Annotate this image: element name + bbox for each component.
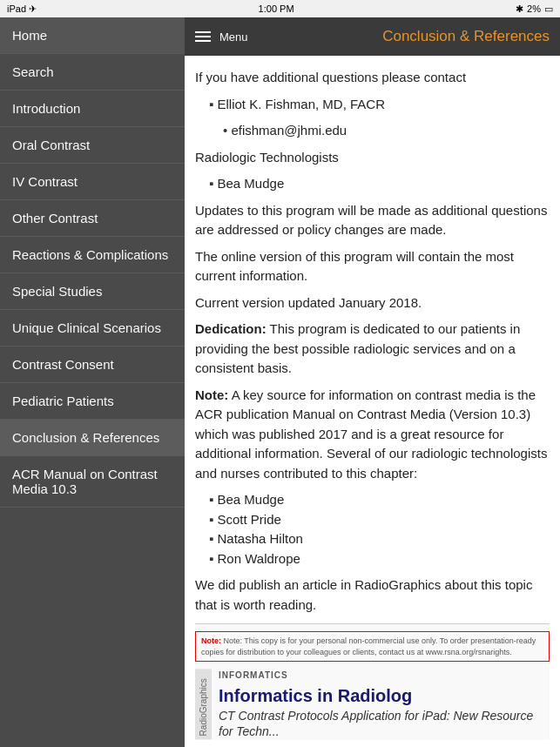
sidebar-item-home[interactable]: Home [0, 17, 185, 54]
status-time: 1:00 PM [259, 3, 294, 14]
contact-list: Elliot K. Fishman, MD, FACR [195, 95, 550, 115]
article-note-label: Note: [201, 636, 221, 645]
dedication-label: Dedication: [195, 321, 267, 336]
tech-item-1: Bea Mudge [209, 174, 550, 194]
article-side-label: RadioGraphics [195, 669, 212, 739]
note-paragraph: Note: A key source for information on co… [195, 386, 550, 484]
contributor-1: Bea Mudge [209, 490, 550, 510]
menu-label: Menu [219, 30, 248, 44]
article-note-text: Note: This copy is for your personal non… [201, 636, 536, 656]
contributors-list: Bea Mudge Scott Pride Natasha Hilton Ron… [195, 490, 550, 569]
menu-line-1 [195, 31, 211, 33]
dedication-paragraph: Dedication: This program is dedicated to… [195, 320, 550, 379]
sidebar-item-iv-contrast[interactable]: IV Contrast [0, 164, 185, 200]
contributor-3: Natasha Hilton [209, 529, 550, 549]
article-title: Informatics in Radiolog [219, 685, 550, 706]
note-text: A key source for information on contrast… [195, 387, 547, 481]
top-bar: Menu Conclusion & References [185, 17, 560, 56]
article-body: RadioGraphics INFORMATICS Informatics in… [195, 669, 550, 739]
main-content[interactable]: If you have additional questions please … [185, 56, 560, 747]
tech-list: Bea Mudge [195, 174, 550, 194]
sidebar-item-oral-contrast[interactable]: Oral Contrast [0, 127, 185, 164]
intro-text: If you have additional questions please … [195, 68, 550, 88]
sidebar-item-other-contrast[interactable]: Other Contrast [0, 200, 185, 237]
article-subtitle: CT Contrast Protocols Application for iP… [219, 708, 550, 739]
current-version-text: Current version updated January 2018. [195, 293, 550, 313]
sidebar: Home Search Introduction Oral Contrast I… [0, 17, 185, 747]
page-title: Conclusion & References [248, 28, 550, 45]
status-right: ✱ 2% ▭ [516, 3, 553, 15]
article-text-block: INFORMATICS Informatics in Radiolog CT C… [219, 669, 550, 739]
bluetooth-icon: ✱ [516, 3, 523, 15]
sidebar-item-acr-manual[interactable]: ACR Manual on Contrast Media 10.3 [0, 456, 185, 508]
app-container: Home Search Introduction Oral Contrast I… [0, 17, 560, 747]
battery-icon: ▭ [544, 3, 553, 15]
status-bar: iPad ✈ 1:00 PM ✱ 2% ▭ [0, 0, 560, 17]
email-list: efishman@jhmi.edu [195, 121, 550, 141]
sidebar-item-pediatric[interactable]: Pediatric Patients [0, 383, 185, 420]
contributor-2: Scott Pride [209, 510, 550, 530]
status-left: iPad ✈ [7, 3, 37, 15]
contributor-4: Ron Waldrope [209, 549, 550, 569]
battery-level: 2% [527, 3, 541, 14]
sidebar-item-conclusion[interactable]: Conclusion & References [0, 420, 185, 456]
menu-line-3 [195, 40, 211, 42]
article-note: Note: Note: This copy is for your person… [195, 631, 550, 662]
online-version-text: The online version of this program will … [195, 247, 550, 286]
sidebar-item-introduction[interactable]: Introduction [0, 91, 185, 127]
radiologic-tech-label: Radiologic Technologists [195, 148, 550, 168]
menu-button[interactable] [195, 31, 211, 42]
menu-line-2 [195, 36, 211, 37]
right-panel: Menu Conclusion & References If you have… [185, 17, 560, 747]
sidebar-item-contrast-consent[interactable]: Contrast Consent [0, 347, 185, 383]
article-section: INFORMATICS [219, 669, 550, 682]
contact-item-1: Elliot K. Fishman, MD, FACR [209, 95, 550, 115]
sidebar-item-reactions[interactable]: Reactions & Complications [0, 237, 185, 273]
updates-text: Updates to this program will be made as … [195, 201, 550, 240]
ipad-label: iPad ✈ [7, 3, 37, 15]
note-label: Note: [195, 387, 228, 402]
article-preview: Note: Note: This copy is for your person… [195, 623, 550, 740]
sidebar-item-search[interactable]: Search [0, 54, 185, 91]
sidebar-item-unique-clinical[interactable]: Unique Clinical Scenarios [0, 310, 185, 347]
publish-note: We did publish an article in RadioGraphi… [195, 575, 550, 615]
email-item-1: efishman@jhmi.edu [223, 121, 550, 141]
sidebar-item-special-studies[interactable]: Special Studies [0, 273, 185, 310]
